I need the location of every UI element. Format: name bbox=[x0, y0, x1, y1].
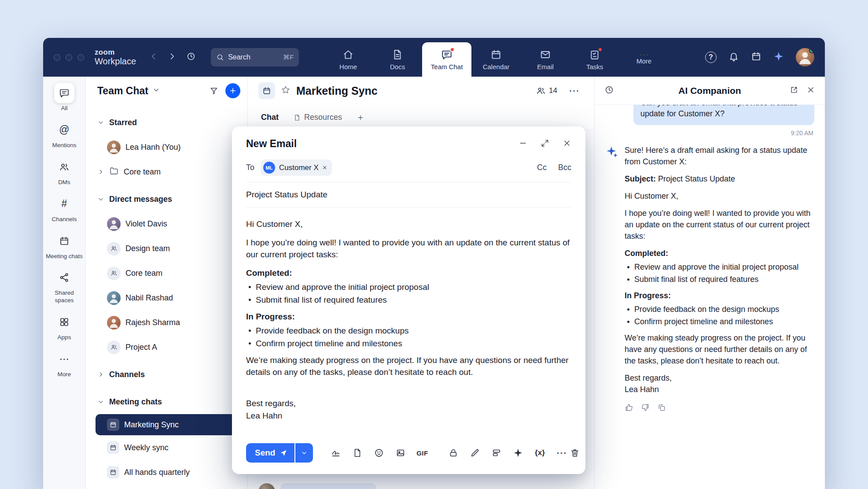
rail-item-channels[interactable]: # Channels bbox=[45, 194, 84, 223]
history-icon[interactable] bbox=[604, 85, 614, 96]
attach-file-icon[interactable] bbox=[349, 444, 366, 462]
status-dot-online bbox=[809, 48, 814, 53]
section-starred[interactable]: Starred bbox=[86, 110, 247, 135]
search-input[interactable]: Search ⌘F bbox=[211, 48, 299, 67]
rail-item-apps[interactable]: Apps bbox=[45, 312, 84, 341]
section-label: Starred bbox=[109, 118, 137, 127]
section-meeting-chats[interactable]: Meeting chats bbox=[86, 389, 247, 414]
close-icon[interactable] bbox=[563, 139, 571, 149]
ai-sparkle-icon[interactable] bbox=[509, 444, 527, 462]
filter-icon[interactable] bbox=[206, 83, 221, 98]
message-avatar[interactable] bbox=[258, 483, 275, 489]
minimize-icon[interactable] bbox=[519, 139, 527, 149]
new-email-modal: New Email To ML Customer X × Cc Bcc bbox=[232, 126, 585, 474]
gif-icon[interactable]: GIF bbox=[413, 444, 431, 462]
nav-email[interactable]: Email bbox=[521, 42, 570, 77]
rail-item-more[interactable]: ⋯ More bbox=[45, 349, 84, 378]
rail-item-all[interactable]: All bbox=[45, 83, 84, 112]
nav-label: Calendar bbox=[483, 63, 510, 70]
thumbs-down-icon[interactable] bbox=[641, 403, 650, 415]
rail-item-meeting-chats[interactable]: Meeting chats bbox=[45, 231, 84, 260]
brand-workplace: Workplace bbox=[95, 56, 136, 66]
nav-more[interactable]: ⋯ More bbox=[619, 42, 669, 77]
timestamp: 9:20 AM bbox=[606, 130, 813, 137]
ai-companion-icon[interactable] bbox=[773, 51, 784, 63]
nav-docs[interactable]: Docs bbox=[373, 42, 422, 77]
chat-item-label: Design team bbox=[125, 244, 170, 253]
chat-item-nabil-rashad[interactable]: Nabil Rashad bbox=[86, 285, 247, 310]
to-field[interactable]: To ML Customer X × Cc Bcc bbox=[246, 156, 571, 182]
template-icon[interactable] bbox=[488, 444, 505, 462]
chat-item-label: Nabil Rashad bbox=[125, 293, 173, 303]
history-icon[interactable] bbox=[186, 52, 196, 63]
email-body-editor[interactable]: Hi Customer X, I hope you’re doing well!… bbox=[232, 207, 585, 437]
close-icon[interactable] bbox=[806, 85, 815, 96]
window-controls bbox=[54, 54, 84, 61]
email-signature: Best regards, Lea Hahn bbox=[246, 397, 571, 422]
chat-item-core-team-folder[interactable]: Core team bbox=[86, 159, 247, 184]
chat-item-weekly-sync[interactable]: Weekly sync bbox=[86, 435, 247, 460]
home-icon bbox=[342, 49, 354, 60]
rail-item-dms[interactable]: DMs bbox=[45, 157, 84, 186]
insert-image-icon[interactable] bbox=[392, 444, 409, 462]
list-item: Confirm project timeline and milestones bbox=[249, 337, 571, 349]
chat-item-lea-rajesh-11[interactable]: Lea/Rajesh 1:1 bbox=[86, 485, 247, 489]
favorite-star-icon[interactable] bbox=[281, 85, 291, 96]
emoji-icon[interactable] bbox=[370, 444, 388, 462]
copy-icon[interactable] bbox=[657, 403, 666, 415]
notifications-bell-icon[interactable] bbox=[728, 51, 739, 63]
cc-button[interactable]: Cc bbox=[537, 163, 547, 172]
members-count[interactable]: 14 bbox=[536, 86, 557, 96]
rail-label: All bbox=[61, 105, 67, 112]
notification-dot bbox=[450, 47, 455, 52]
more-tools-icon[interactable]: ⋯ bbox=[552, 444, 570, 462]
subject-field[interactable]: Project Status Update bbox=[246, 182, 571, 207]
chat-item-marketing-sync[interactable]: Marketing Sync bbox=[96, 414, 242, 435]
back-icon[interactable] bbox=[149, 52, 158, 63]
ai-conversation[interactable]: Can you draft an email that provides a s… bbox=[595, 105, 825, 489]
rail-item-mentions[interactable]: @ Mentions bbox=[45, 120, 84, 149]
send-options-caret[interactable] bbox=[295, 443, 313, 463]
signature-pen-icon[interactable] bbox=[327, 444, 345, 462]
group-icon bbox=[107, 341, 121, 354]
chat-item-violet-davis[interactable]: Violet Davis bbox=[86, 211, 247, 236]
section-channels[interactable]: Channels bbox=[86, 362, 247, 387]
nav-calendar[interactable]: Calendar bbox=[471, 42, 521, 77]
chat-item-design-team[interactable]: Design team bbox=[86, 236, 247, 261]
window-close-button[interactable] bbox=[54, 54, 60, 61]
nav-tasks[interactable]: Tasks bbox=[570, 42, 619, 77]
chat-item-core-team[interactable]: Core team bbox=[86, 261, 247, 285]
chat-item-lea-hanh[interactable]: Lea Hanh (You) bbox=[86, 135, 247, 159]
profile-avatar[interactable] bbox=[796, 48, 814, 67]
edit-pencil-icon[interactable] bbox=[466, 444, 484, 462]
section-label: Meeting chats bbox=[109, 397, 162, 407]
thumbs-up-icon[interactable] bbox=[625, 403, 633, 415]
send-button[interactable]: Send bbox=[246, 443, 294, 463]
new-chat-button[interactable] bbox=[225, 83, 240, 98]
calendar-today-icon[interactable] bbox=[751, 51, 761, 63]
window-zoom-button[interactable] bbox=[77, 54, 84, 61]
discard-trash-icon[interactable] bbox=[570, 444, 580, 462]
chat-item-label: Core team bbox=[124, 167, 161, 177]
variables-icon[interactable]: {x} bbox=[531, 444, 548, 462]
help-icon[interactable]: ? bbox=[705, 52, 717, 63]
chat-item-rajesh-sharma[interactable]: Rajesh Sharma bbox=[86, 310, 247, 335]
encrypt-lock-icon[interactable] bbox=[445, 444, 462, 462]
expand-icon[interactable] bbox=[541, 139, 549, 149]
nav-team-chat[interactable]: Team Chat bbox=[422, 42, 471, 77]
remove-recipient-icon[interactable]: × bbox=[323, 164, 327, 171]
modal-title: New Email bbox=[246, 138, 297, 150]
chevron-down-icon[interactable] bbox=[152, 86, 160, 96]
send-plane-icon bbox=[280, 449, 287, 457]
forward-icon[interactable] bbox=[168, 52, 177, 63]
bcc-button[interactable]: Bcc bbox=[558, 163, 571, 172]
recipient-chip[interactable]: ML Customer X × bbox=[261, 159, 332, 176]
chat-item-project-a[interactable]: Project A bbox=[86, 335, 247, 359]
window-minimize-button[interactable] bbox=[66, 54, 72, 61]
section-direct-messages[interactable]: Direct messages bbox=[86, 187, 247, 211]
nav-home[interactable]: Home bbox=[324, 42, 373, 77]
rail-item-shared-spaces[interactable]: Shared spaces bbox=[45, 267, 84, 304]
open-in-new-icon[interactable] bbox=[790, 85, 798, 96]
email-closing: We’re making steady progress on the proj… bbox=[246, 354, 571, 378]
chat-item-all-hands-quarterly[interactable]: All hands quarterly bbox=[86, 460, 247, 485]
